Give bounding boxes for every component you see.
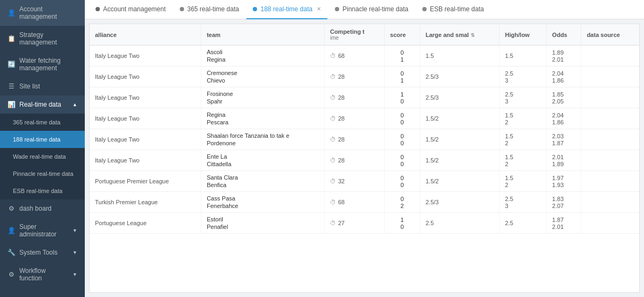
tab-esb-real-time[interactable]: ESB real-time data bbox=[416, 0, 491, 19]
team-cell: Shaalan force Tanzania to tak e Pordenon… bbox=[201, 129, 325, 150]
sidebar-item-label: dash board bbox=[19, 205, 52, 212]
dashboard-icon: ⚙ bbox=[8, 205, 15, 212]
team1-name: Shaalan force Tanzania to tak e bbox=[207, 132, 319, 139]
sidebar-item-water-fetching[interactable]: 🔄 Water fetching management bbox=[0, 51, 85, 77]
score-cell: 0 0 bbox=[384, 129, 420, 150]
team1-name: Santa Clara bbox=[207, 174, 319, 181]
sidebar-item-site-list[interactable]: ☰ Site list bbox=[0, 77, 85, 95]
tab-188-real-time[interactable]: 188 real-time data ✕ bbox=[246, 0, 327, 19]
time-value: 27 bbox=[338, 220, 345, 226]
large-small-value: 1.5 bbox=[426, 53, 494, 59]
score2: 0 bbox=[400, 119, 404, 125]
large-small-value: 1.5/2 bbox=[426, 157, 494, 164]
score-cell: 0 0 bbox=[384, 108, 420, 129]
score-cell: 0 2 bbox=[384, 192, 420, 213]
time-cell: ⏱ 32 bbox=[324, 171, 384, 192]
odds2-value: 2.01 bbox=[552, 224, 576, 230]
time-value: 68 bbox=[338, 53, 345, 59]
sidebar-item-pinnacle-real-time[interactable]: Pinnacle real-time data bbox=[0, 165, 85, 182]
odds-cell: 1.89 2.01 bbox=[546, 46, 581, 66]
sidebar-item-esb-real-time[interactable]: ESB real-time data bbox=[0, 182, 85, 199]
tab-dot bbox=[96, 7, 100, 11]
team-cell: Cass Pasa Fenerbahce bbox=[201, 192, 325, 213]
score1: 1 bbox=[400, 217, 404, 223]
score1: 1 bbox=[400, 91, 404, 98]
col-large-small[interactable]: Large and smal ⇅ bbox=[420, 24, 499, 46]
time-value: 28 bbox=[338, 94, 345, 101]
odds1-value: 1.87 bbox=[552, 217, 576, 223]
alliance-cell: Italy League Two bbox=[90, 150, 201, 171]
score2: 0 bbox=[400, 140, 404, 146]
sidebar-item-dashboard[interactable]: ⚙ dash board bbox=[0, 199, 85, 218]
large-small-value: 2.5/3 bbox=[426, 199, 494, 205]
odds2-value: 2.07 bbox=[552, 203, 576, 209]
score1: 0 bbox=[400, 112, 404, 118]
odds-cell: 2.04 1.86 bet188 odds bbox=[546, 108, 581, 129]
odds-cell: 2.03 1.87 bbox=[546, 129, 581, 150]
sidebar-item-label: Workflow function bbox=[19, 267, 68, 282]
col-team: team bbox=[201, 24, 325, 46]
sidebar-item-label: System Tools bbox=[19, 249, 57, 256]
time-value: 28 bbox=[338, 73, 345, 80]
sidebar-submenu-real-time: 365 real-time data 188 real-time data Wa… bbox=[0, 114, 85, 199]
team2-name: Pordenone bbox=[207, 140, 319, 146]
odds2-value: 1.86 bbox=[552, 77, 576, 84]
sidebar-item-365-real-time[interactable]: 365 real-time data bbox=[0, 114, 85, 131]
sidebar-sub-label: Wade real-time data bbox=[13, 153, 66, 160]
team1-name: Estoril bbox=[207, 216, 319, 222]
large-small-cell: 1.5 bbox=[420, 46, 499, 66]
tab-365-real-time[interactable]: 365 real-time data bbox=[173, 0, 246, 19]
admin-icon: 👤 bbox=[8, 227, 15, 234]
large-small-cell: 1.5/2 bbox=[420, 150, 499, 171]
clock-icon: ⏱ bbox=[330, 157, 336, 164]
odds-cell: 1.83 2.07 bbox=[546, 192, 581, 213]
table-row: Italy League Two Ascoli Regina ⏱ 68 0 1 … bbox=[90, 46, 639, 66]
chevron-down-icon2: ▼ bbox=[72, 250, 77, 255]
team-cell: Frosinone Spahr bbox=[201, 87, 325, 108]
chevron-down-icon3: ▼ bbox=[72, 272, 77, 277]
tab-pinnacle-real-time[interactable]: Pinnacle real-time data bbox=[328, 0, 415, 19]
tools-icon: 🔧 bbox=[8, 249, 15, 256]
table-header-row: alliance team Competing t ime score Larg… bbox=[90, 24, 639, 46]
sidebar-item-188-real-time[interactable]: 188 real-time data bbox=[0, 131, 85, 148]
sidebar-item-wade-real-time[interactable]: Wade real-time data bbox=[0, 148, 85, 165]
score1: 0 bbox=[400, 175, 404, 181]
tab-bar: Account management 365 real-time data 18… bbox=[85, 0, 644, 19]
tab-dot bbox=[422, 7, 427, 11]
clock-icon: ⏱ bbox=[330, 73, 336, 80]
tab-label: 188 real-time data bbox=[260, 5, 312, 13]
clock-icon: ⏱ bbox=[330, 94, 336, 101]
chevron-up-icon: ▲ bbox=[72, 102, 77, 107]
odds-cell: 2.01 1.89 bbox=[546, 150, 581, 171]
sidebar-item-super-admin[interactable]: 👤 Super administrator ▼ bbox=[0, 218, 85, 243]
tab-close-button[interactable]: ✕ bbox=[317, 6, 321, 12]
high-low-cell: 1.5 2 bbox=[500, 150, 547, 171]
data-source-cell bbox=[581, 171, 639, 192]
odds1-value: 1.83 bbox=[552, 196, 576, 202]
low-value: 2 bbox=[505, 182, 541, 188]
sidebar-item-account-management[interactable]: 👤 Account management bbox=[0, 0, 85, 26]
tab-label: Pinnacle real-time data bbox=[342, 5, 408, 13]
sidebar-item-system-tools[interactable]: 🔧 System Tools ▼ bbox=[0, 243, 85, 262]
clock-icon: ⏱ bbox=[330, 199, 336, 205]
chart-icon: 📊 bbox=[8, 101, 15, 108]
large-small-cell: 2.5/3 bbox=[420, 192, 499, 213]
alliance-cell: Italy League Two bbox=[90, 66, 201, 87]
tab-account-management[interactable]: Account management bbox=[89, 0, 172, 19]
score-cell: 1 0 bbox=[384, 87, 420, 108]
high-low-cell: 1.5 bbox=[500, 46, 547, 66]
time-cell: ⏱ 28 bbox=[324, 66, 384, 87]
sidebar-item-strategy-management[interactable]: 📋 Strategy management bbox=[0, 26, 85, 51]
large-small-cell: 2.5/3 bbox=[420, 87, 499, 108]
strategy-icon: 📋 bbox=[8, 35, 15, 42]
data-source-cell bbox=[581, 46, 639, 66]
sort-icon[interactable]: ⇅ bbox=[471, 33, 475, 38]
team2-name: Cittadella bbox=[207, 161, 319, 167]
sidebar-item-real-time-data[interactable]: 📊 Real-time data ▲ bbox=[0, 95, 85, 114]
time-value: 28 bbox=[338, 157, 345, 164]
sidebar-item-workflow[interactable]: ⚙ Workflow function ▼ bbox=[0, 262, 85, 287]
team-cell: Ente La Cittadella bbox=[201, 150, 325, 171]
alliance-cell: Italy League Two bbox=[90, 129, 201, 150]
large-small-value: 2.5/3 bbox=[426, 73, 494, 80]
score-cell: 0 1 bbox=[384, 66, 420, 87]
